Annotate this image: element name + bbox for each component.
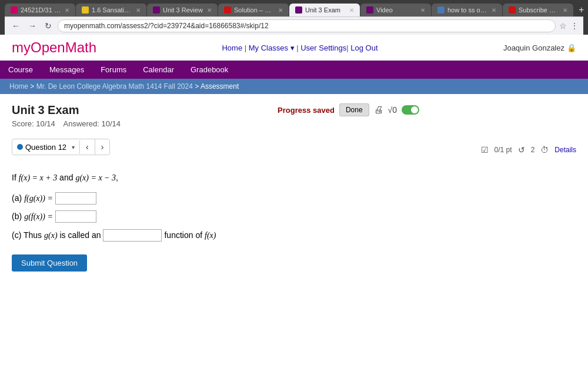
logo: myOpenMath bbox=[12, 39, 96, 56]
new-tab-button[interactable]: + bbox=[574, 4, 588, 16]
nav-log-out[interactable]: Log Out bbox=[350, 43, 377, 52]
breadcrumb: Home > Mr. De Leon College Algebra Math … bbox=[0, 79, 588, 94]
back-button[interactable]: ← bbox=[9, 20, 22, 32]
tab-3[interactable]: Unit 3 Review ✕ bbox=[147, 4, 218, 16]
answered-value: 10/14 bbox=[102, 119, 121, 128]
tab-3-favicon bbox=[153, 6, 160, 14]
exam-header: Unit 3 Exam Score: 10/14 Answered: 10/14… bbox=[12, 103, 576, 128]
nav-bar: Course Messages Forums Calendar Gradeboo… bbox=[0, 61, 588, 79]
f-def: f(x) = x + 3 bbox=[19, 173, 58, 182]
exam-score: Score: 10/14 Answered: 10/14 bbox=[12, 119, 121, 128]
score-value: 10/14 bbox=[36, 119, 55, 128]
tab-2-label: 1.6 Sansation ... bbox=[92, 6, 132, 14]
print-icon[interactable]: 🖨 bbox=[374, 105, 383, 115]
g-def: g(x) = x − 3 bbox=[75, 173, 116, 182]
question-nav-row: Question 12 ▾ ‹ › ☑ 0/1 pt ↺ 2 ⏱ Details bbox=[12, 133, 576, 161]
logo-open: Open bbox=[31, 39, 65, 55]
tab-7-label: how to ss on m... bbox=[447, 6, 487, 14]
part-c-line: (c) Thus g(x) is called an function of f… bbox=[12, 228, 576, 243]
part-c-input[interactable] bbox=[103, 229, 162, 242]
tab-3-close[interactable]: ✕ bbox=[207, 7, 212, 14]
nav-my-classes[interactable]: My Classes ▾ bbox=[249, 43, 295, 52]
tab-6-label: Video bbox=[376, 6, 416, 14]
question-given: If f(x) = x + 3 and g(x) = x − 3, bbox=[12, 170, 576, 185]
tab-1-label: 24521D/31 Pro... bbox=[21, 6, 61, 14]
content-area: Unit 3 Exam Score: 10/14 Answered: 10/14… bbox=[0, 94, 588, 281]
tab-1[interactable]: 24521D/31 Pro... ✕ bbox=[5, 4, 75, 16]
tab-5-active[interactable]: Unit 3 Exam ✕ bbox=[289, 4, 360, 16]
toggle-switch[interactable] bbox=[402, 105, 419, 115]
question-body: If f(x) = x + 3 and g(x) = x − 3, (a) f(… bbox=[12, 170, 576, 272]
question-nav: Question 12 ▾ ‹ › bbox=[12, 139, 110, 155]
tab-6-close[interactable]: ✕ bbox=[420, 7, 425, 14]
tab-6[interactable]: Video ✕ bbox=[360, 4, 431, 16]
score-label: Score: bbox=[12, 119, 34, 128]
part-b-input[interactable] bbox=[55, 210, 96, 223]
part-c-suffix: function of f(x) bbox=[164, 228, 216, 243]
part-b-line: (b) g(f(x)) = bbox=[12, 209, 576, 224]
tab-7[interactable]: how to ss on m... ✕ bbox=[432, 4, 502, 16]
progress-area: Progress saved Done 🖨 √0 bbox=[278, 103, 419, 116]
tab-2-close[interactable]: ✕ bbox=[136, 7, 141, 14]
breadcrumb-sep-2: > bbox=[195, 82, 201, 91]
tab-8-close[interactable]: ✕ bbox=[563, 7, 567, 14]
tab-4-favicon bbox=[224, 6, 231, 14]
timer-icon: ⏱ bbox=[540, 145, 549, 155]
tab-6-favicon bbox=[366, 6, 373, 14]
checkbox-icon: ☑ bbox=[481, 145, 489, 155]
page-wrapper: myOpenMath Home | My Classes ▾ | User Se… bbox=[0, 35, 588, 382]
address-bar-row: ← → ↻ ☆ ⋮ bbox=[5, 16, 583, 35]
refresh-button[interactable]: ↻ bbox=[42, 20, 54, 32]
sqrt-icon: √0 bbox=[388, 105, 397, 115]
tabs-row: 24521D/31 Pro... ✕ 1.6 Sansation ... ✕ U… bbox=[5, 4, 583, 16]
tab-8[interactable]: Subscribe Now... ✕ bbox=[503, 4, 573, 16]
nav-calendar[interactable]: Calendar bbox=[135, 61, 182, 79]
nav-user-settings[interactable]: User Settings bbox=[300, 43, 346, 52]
done-button[interactable]: Done bbox=[339, 103, 369, 116]
prev-question-button[interactable]: ‹ bbox=[80, 139, 95, 155]
nav-forums[interactable]: Forums bbox=[92, 61, 135, 79]
logo-text: myOpenMath bbox=[12, 39, 96, 55]
tab-8-favicon bbox=[509, 6, 516, 14]
chevron-down-icon: ▾ bbox=[72, 144, 75, 150]
nav-home[interactable]: Home bbox=[222, 43, 242, 52]
bookmark-icon[interactable]: ☆ bbox=[559, 21, 567, 31]
exam-title: Unit 3 Exam bbox=[12, 103, 121, 117]
account-icon[interactable]: ⋮ bbox=[570, 21, 579, 31]
browser-chrome: 24521D/31 Pro... ✕ 1.6 Sansation ... ✕ U… bbox=[0, 0, 588, 35]
tab-4-close[interactable]: ✕ bbox=[278, 7, 283, 14]
tab-1-close[interactable]: ✕ bbox=[65, 7, 69, 14]
tab-5-close[interactable]: ✕ bbox=[349, 7, 354, 14]
submit-question-button[interactable]: Submit Question bbox=[12, 254, 87, 272]
site-header: myOpenMath Home | My Classes ▾ | User Se… bbox=[0, 35, 588, 61]
part-a-math: f(g(x)) = bbox=[24, 191, 53, 206]
breadcrumb-home[interactable]: Home bbox=[9, 82, 28, 91]
breadcrumb-course[interactable]: Mr. De Leon College Algebra Math 1414 Fa… bbox=[36, 82, 193, 91]
exam-info: Unit 3 Exam Score: 10/14 Answered: 10/14 bbox=[12, 103, 121, 128]
question-select[interactable]: Question 12 bbox=[25, 143, 69, 152]
question-info-right: ☑ 0/1 pt ↺ 2 ⏱ Details bbox=[481, 145, 576, 155]
tab-8-label: Subscribe Now... bbox=[519, 6, 559, 14]
tab-2[interactable]: 1.6 Sansation ... ✕ bbox=[76, 4, 146, 16]
next-question-button[interactable]: › bbox=[95, 139, 110, 155]
tab-4[interactable]: Solution – Gau... ✕ bbox=[218, 4, 289, 16]
retry-icon[interactable]: ↺ bbox=[518, 145, 525, 155]
retries-value: 2 bbox=[531, 146, 535, 154]
tab-4-label: Solution – Gau... bbox=[234, 6, 274, 14]
details-link[interactable]: Details bbox=[554, 146, 576, 154]
address-icons: ☆ ⋮ bbox=[559, 21, 579, 31]
header-user: Joaquin Gonzalez 🔒 bbox=[503, 43, 576, 52]
address-input[interactable] bbox=[58, 19, 556, 32]
tab-3-label: Unit 3 Review bbox=[163, 6, 203, 14]
nav-course[interactable]: Course bbox=[0, 61, 41, 79]
forward-button[interactable]: → bbox=[26, 20, 39, 32]
tab-7-close[interactable]: ✕ bbox=[492, 7, 496, 14]
breadcrumb-sep-1: > bbox=[30, 82, 36, 91]
tab-1-favicon bbox=[11, 6, 18, 14]
points-value: 0/1 pt bbox=[495, 146, 512, 154]
nav-gradebook[interactable]: Gradebook bbox=[182, 61, 236, 79]
nav-messages[interactable]: Messages bbox=[41, 61, 92, 79]
part-a-input[interactable] bbox=[55, 192, 96, 205]
tab-7-favicon bbox=[437, 6, 445, 14]
header-nav: Home | My Classes ▾ | User Settings| Log… bbox=[222, 43, 377, 52]
